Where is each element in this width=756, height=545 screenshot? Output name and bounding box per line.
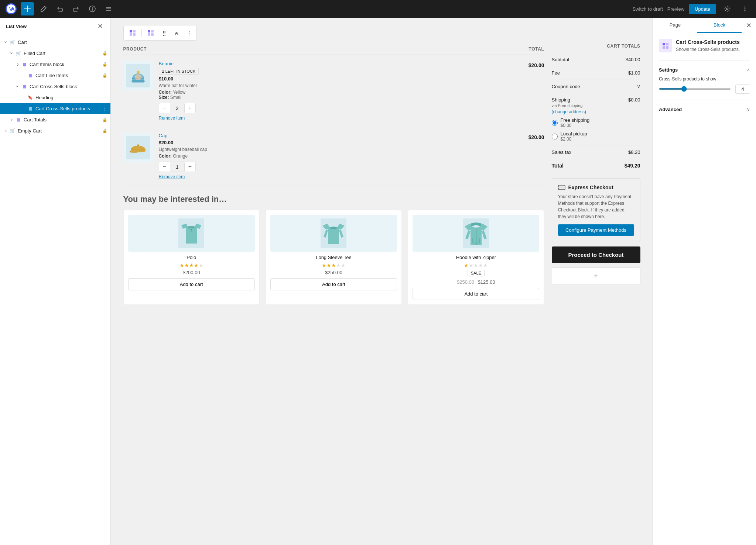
list-view-button[interactable] bbox=[102, 2, 115, 15]
advanced-toggle-icon: ∨ bbox=[747, 107, 750, 112]
cart-item-beanie: Beanie 2 LEFT IN STOCK $10.00 Warm hat f… bbox=[123, 55, 544, 127]
hoodie-add-to-cart[interactable]: Add to cart bbox=[413, 288, 539, 300]
block-tab[interactable]: Block bbox=[697, 18, 742, 33]
beanie-qty-control: − 2 + bbox=[159, 103, 196, 113]
svg-rect-31 bbox=[663, 46, 665, 49]
wp-logo bbox=[4, 2, 18, 15]
block-type-button[interactable] bbox=[125, 27, 140, 39]
transform-button[interactable] bbox=[143, 27, 158, 39]
change-address-link[interactable]: (change address) bbox=[552, 109, 640, 114]
coupon-row[interactable]: Coupon code ∨ bbox=[552, 80, 640, 93]
undo-button[interactable] bbox=[53, 2, 66, 15]
cross-sells-block-label: Cart Cross-Sells block bbox=[30, 84, 107, 89]
proceed-to-checkout-btn[interactable]: Proceed to Checkout bbox=[552, 246, 640, 263]
sales-tax-row: Sales tax $8.20 bbox=[552, 146, 640, 159]
sidebar-item-heading[interactable]: 🔖 Heading bbox=[0, 92, 110, 103]
filled-cart-lock: 🔒 bbox=[102, 51, 107, 56]
cart-totals-header: CART TOTALS bbox=[552, 44, 640, 49]
cap-color: Color: Orange bbox=[159, 154, 523, 159]
cart-line-items-label: Cart Line Items bbox=[35, 73, 102, 78]
block-options-button[interactable]: ⋮ bbox=[184, 29, 195, 37]
beanie-qty-decrease[interactable]: − bbox=[159, 103, 170, 113]
settings-button[interactable] bbox=[721, 2, 734, 15]
svg-rect-12 bbox=[148, 33, 150, 36]
cap-qty-decrease[interactable]: − bbox=[159, 162, 170, 172]
beanie-qty-increase[interactable]: + bbox=[185, 103, 195, 113]
cap-name[interactable]: Cap bbox=[159, 133, 523, 138]
switch-to-draft-button[interactable]: Switch to draft bbox=[632, 6, 663, 12]
sidebar-item-cart-totals[interactable]: ▦ Cart Totals 🔒 bbox=[0, 114, 110, 125]
add-block-below-btn[interactable]: + bbox=[552, 268, 640, 285]
sidebar-item-cart-cross-sells-products[interactable]: ▦ Cart Cross-Sells products ⋮ bbox=[0, 103, 110, 114]
products-to-show-control: 4 bbox=[659, 84, 750, 94]
svg-point-22 bbox=[191, 229, 192, 230]
cross-sell-long-sleeve: Long Sleeve Tee ★★★★★ $250.00 Add to car… bbox=[266, 210, 402, 305]
total-value: $49.20 bbox=[625, 163, 640, 169]
products-to-show-value: 4 bbox=[735, 84, 750, 94]
sidebar-item-cart-line-items[interactable]: ▦ Cart Line Items 🔒 bbox=[0, 70, 110, 81]
empty-cart-label: Empty Cart bbox=[18, 128, 102, 134]
beanie-image bbox=[123, 61, 153, 90]
local-pickup-radio[interactable] bbox=[552, 134, 558, 139]
cap-price: $20.00 bbox=[159, 140, 523, 145]
sidebar-item-cart-cross-sells-block[interactable]: ▦ Cart Cross-Sells block bbox=[0, 81, 110, 92]
express-checkout-title: Express Checkout bbox=[558, 184, 634, 190]
redo-button[interactable] bbox=[69, 2, 83, 15]
filled-cart-icon: 🛒 bbox=[15, 49, 22, 57]
info-button[interactable] bbox=[86, 2, 99, 15]
empty-cart-toggle[interactable] bbox=[3, 128, 9, 134]
more-options-button[interactable] bbox=[738, 2, 752, 15]
cap-remove[interactable]: Remove item bbox=[159, 174, 523, 179]
add-block-button[interactable] bbox=[21, 2, 34, 15]
cart-totals-toggle[interactable] bbox=[9, 117, 15, 123]
sales-tax-label: Sales tax bbox=[552, 149, 571, 155]
svg-rect-9 bbox=[133, 33, 136, 36]
cart-item-cap: Cap $20.00 Lightweight baseball cap Colo… bbox=[123, 127, 544, 186]
advanced-section-header[interactable]: Advanced ∨ bbox=[659, 103, 750, 116]
sidebar-item-filled-cart[interactable]: 🛒 Filled Cart 🔒 bbox=[0, 48, 110, 59]
cart-totals-icon: ▦ bbox=[15, 116, 22, 123]
long-sleeve-add-to-cart[interactable]: Add to cart bbox=[270, 278, 397, 290]
shipping-value: $0.00 bbox=[628, 97, 640, 108]
shipping-section: Shipping via Free shipping $0.00 (change… bbox=[552, 93, 640, 146]
empty-cart-lock: 🔒 bbox=[102, 128, 107, 133]
beanie-badge: 2 LEFT IN STOCK bbox=[159, 68, 199, 75]
edit-tool-button[interactable] bbox=[37, 2, 50, 15]
coupon-chevron[interactable]: ∨ bbox=[637, 83, 640, 89]
svg-rect-13 bbox=[151, 33, 154, 36]
shipping-option-local[interactable]: Local pickup $2.00 bbox=[552, 131, 640, 142]
page-tab[interactable]: Page bbox=[653, 18, 697, 33]
heading-icon: 🔖 bbox=[27, 94, 34, 101]
cross-sells-products-more[interactable]: ⋮ bbox=[102, 106, 107, 111]
free-shipping-radio[interactable] bbox=[552, 120, 558, 126]
sidebar-item-cart[interactable]: 🛒 Cart bbox=[0, 37, 110, 48]
beanie-desc: Warm hat for winter bbox=[159, 83, 523, 88]
polo-add-to-cart[interactable]: Add to cart bbox=[128, 278, 255, 290]
sidebar-close-button[interactable]: ✕ bbox=[96, 22, 105, 30]
cap-qty-increase[interactable]: + bbox=[185, 162, 195, 172]
shipping-option-free[interactable]: Free shipping $0.00 bbox=[552, 117, 640, 128]
move-up-button[interactable] bbox=[171, 28, 182, 37]
cart-items-toggle[interactable] bbox=[15, 61, 21, 67]
cart-items-lock: 🔒 bbox=[102, 62, 107, 67]
filled-cart-toggle[interactable] bbox=[9, 50, 15, 56]
svg-point-2 bbox=[726, 8, 728, 10]
beanie-name[interactable]: Beanie bbox=[159, 61, 523, 66]
update-button[interactable]: Update bbox=[689, 4, 716, 14]
fee-label: Fee bbox=[552, 70, 560, 76]
settings-section-header[interactable]: Settings ∧ bbox=[659, 63, 750, 76]
svg-point-17 bbox=[137, 70, 140, 73]
drag-handle[interactable]: ⣿ bbox=[160, 29, 169, 37]
cross-sells-block-toggle[interactable] bbox=[15, 83, 21, 89]
products-to-show-slider[interactable] bbox=[659, 88, 731, 90]
settings-toggle-icon: ∧ bbox=[747, 67, 750, 72]
right-panel-close-button[interactable]: ✕ bbox=[742, 18, 756, 32]
sidebar-item-cart-items-block[interactable]: ▦ Cart Items block 🔒 bbox=[0, 59, 110, 70]
preview-button[interactable]: Preview bbox=[667, 6, 684, 12]
configure-payment-btn[interactable]: Configure Payment Methods bbox=[558, 224, 634, 236]
cart-toggle[interactable] bbox=[3, 39, 9, 45]
cross-sells-heading: You may be interested in… bbox=[123, 194, 544, 204]
sidebar-item-empty-cart[interactable]: 🛒 Empty Cart 🔒 bbox=[0, 125, 110, 136]
beanie-remove[interactable]: Remove item bbox=[159, 115, 523, 121]
long-sleeve-stars: ★★★★★ bbox=[270, 262, 397, 268]
